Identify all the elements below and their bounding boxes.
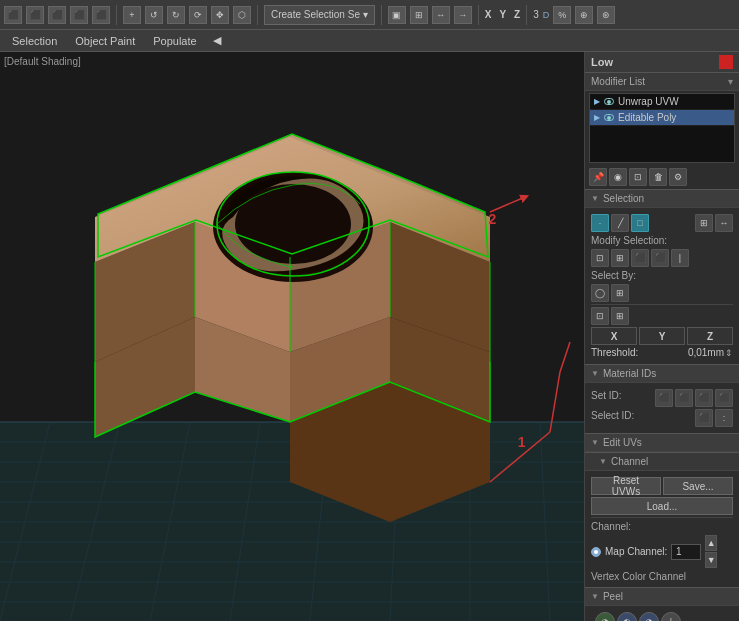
peel-icon-4[interactable]: | [661, 612, 681, 621]
set-id-icon-3[interactable]: ⬛ [695, 389, 713, 407]
peel-icon-2[interactable]: ◐ [617, 612, 637, 621]
material-ids-header[interactable]: ▼ Material IDs [585, 364, 739, 383]
load-btn[interactable]: Load... [591, 497, 733, 515]
material-ids-chevron: ▼ [591, 369, 599, 378]
z-btn[interactable]: Z [687, 327, 733, 345]
toolbar-icon-1[interactable]: ⬛ [4, 6, 22, 24]
superscript-label: D [543, 10, 550, 20]
z-coord-label: Z [514, 9, 520, 20]
toolbar-icon-3[interactable]: ⬛ [48, 6, 66, 24]
toolbar-icon-15[interactable]: → [454, 6, 472, 24]
mod-sel-5[interactable]: | [671, 249, 689, 267]
eye-icon-1[interactable] [604, 98, 614, 105]
modifier-list-header: Modifier List ▾ [585, 73, 739, 91]
vertex-color-label: Vertex Color Channel [591, 570, 733, 583]
set-id-icon-4[interactable]: ⬛ [715, 389, 733, 407]
save-btn[interactable]: Save... [663, 477, 733, 495]
toolbar-sep-4 [478, 5, 479, 25]
mod-sel-2[interactable]: ⊞ [611, 249, 629, 267]
toolbar-icon-18[interactable]: ⊛ [597, 6, 615, 24]
menu-object-paint[interactable]: Object Paint [67, 33, 143, 49]
sel-id-icon-2[interactable]: : [715, 409, 733, 427]
threshold-arrows[interactable]: ⇕ [725, 348, 733, 358]
edit-uvs-header[interactable]: ▼ Edit UVs [585, 433, 739, 452]
viewport[interactable]: [Default Shading] [0, 52, 584, 621]
face-sel-icon[interactable]: □ [631, 214, 649, 232]
sphere-sel-icon[interactable]: ◯ [591, 284, 609, 302]
toolbar-icon-5[interactable]: ⬛ [92, 6, 110, 24]
edit-uvs-label: Edit UVs [603, 437, 642, 448]
map-channel-input[interactable] [671, 544, 701, 560]
map-channel-label: Map Channel: [605, 546, 667, 557]
modifier-list-arrow[interactable]: ▾ [728, 76, 733, 87]
material-ids-label: Material IDs [603, 368, 656, 379]
menu-selection[interactable]: Selection [4, 33, 65, 49]
panel-close-button[interactable] [719, 55, 733, 69]
map-channel-radio[interactable] [591, 547, 601, 557]
threshold-num: 0,01mm [688, 347, 724, 358]
delete-icon[interactable]: 🗑 [649, 168, 667, 186]
mod-sel-3[interactable]: ⬛ [631, 249, 649, 267]
toolbar-sep-5 [526, 5, 527, 25]
svg-point-37 [235, 184, 351, 264]
toolbar-sep-3 [381, 5, 382, 25]
channel-down-btn[interactable]: ▼ [705, 552, 717, 568]
sel-extra-icon-2[interactable]: ↔ [715, 214, 733, 232]
toolbar-icon-16[interactable]: % [553, 6, 571, 24]
toolbar-icon-13[interactable]: ⊞ [410, 6, 428, 24]
toolbar-icon-11[interactable]: ⬡ [233, 6, 251, 24]
modifier-toolbar-row: 📌 ◉ ⊡ 🗑 ⚙ [585, 165, 739, 189]
create-selection-btn[interactable]: Create Selection Se ▾ [264, 5, 375, 25]
set-id-row: Set ID: ⬛ ⬛ ⬛ ⬛ [591, 389, 733, 407]
toolbar-icon-12[interactable]: ▣ [388, 6, 406, 24]
vert-sel-icon[interactable]: · [591, 214, 609, 232]
x-btn[interactable]: X [591, 327, 637, 345]
toolbar-icon-10[interactable]: ✥ [211, 6, 229, 24]
mod-sel-4[interactable]: ⬛ [651, 249, 669, 267]
menu-populate[interactable]: Populate [145, 33, 204, 49]
xyz-row: X Y Z [591, 327, 733, 345]
panel-header: Low [585, 52, 739, 73]
peel-section-header[interactable]: ▼ Peel [585, 587, 739, 606]
toolbar-icon-7[interactable]: ↺ [145, 6, 163, 24]
threshold-value: 0,01mm ⇕ [688, 347, 733, 358]
uvw-buttons-row: Reset UVWs Save... [591, 477, 733, 495]
edit-uvs-content: Reset UVWs Save... Load... Channel: Map … [585, 471, 739, 587]
show-icon[interactable]: ◉ [609, 168, 627, 186]
mod-sel-1[interactable]: ⊡ [591, 249, 609, 267]
selection-section-header[interactable]: ▼ Selection [585, 189, 739, 208]
stack-item-unwrap-label: Unwrap UVW [618, 96, 679, 107]
set-id-icon-1[interactable]: ⬛ [655, 389, 673, 407]
peel-icon-1[interactable]: ◑ [595, 612, 615, 621]
toolbar-icon-4[interactable]: ⬛ [70, 6, 88, 24]
set-id-icon-2[interactable]: ⬛ [675, 389, 693, 407]
toolbar-icon-17[interactable]: ⊕ [575, 6, 593, 24]
stack-item-poly[interactable]: ▶ Editable Poly [590, 110, 734, 126]
toolbar-icon-6[interactable]: + [123, 6, 141, 24]
toolbar-icon-2[interactable]: ⬛ [26, 6, 44, 24]
toolbar-icon-8[interactable]: ↻ [167, 6, 185, 24]
toolbar-icon-9[interactable]: ⟳ [189, 6, 207, 24]
config-icon[interactable]: ⚙ [669, 168, 687, 186]
peel-chevron: ▼ [591, 592, 599, 601]
stack-arrow-2: ▶ [594, 113, 600, 122]
stack-item-unwrap[interactable]: ▶ Unwrap UVW [590, 94, 734, 110]
reset-uvws-btn[interactable]: Reset UVWs [591, 477, 661, 495]
sel-by-2[interactable]: ⊞ [611, 284, 629, 302]
y-btn[interactable]: Y [639, 327, 685, 345]
filter-2[interactable]: ⊞ [611, 307, 629, 325]
main-layout: [Default Shading] [0, 52, 739, 621]
toolbar-sep-2 [257, 5, 258, 25]
pin-icon[interactable]: 📌 [589, 168, 607, 186]
channel-sub-header[interactable]: ▼ Channel [585, 452, 739, 471]
peel-icon-3[interactable]: ◑ [639, 612, 659, 621]
toolbar-icon-14[interactable]: ↔ [432, 6, 450, 24]
show2-icon[interactable]: ⊡ [629, 168, 647, 186]
edge-sel-icon[interactable]: ╱ [611, 214, 629, 232]
filter-1[interactable]: ⊡ [591, 307, 609, 325]
sel-extra-icon-1[interactable]: ⊞ [695, 214, 713, 232]
eye-icon-2[interactable] [604, 114, 614, 121]
channel-up-btn[interactable]: ▲ [705, 535, 717, 551]
sel-id-icon-1[interactable]: ⬛ [695, 409, 713, 427]
view-toggle[interactable]: ◀ [213, 34, 221, 47]
